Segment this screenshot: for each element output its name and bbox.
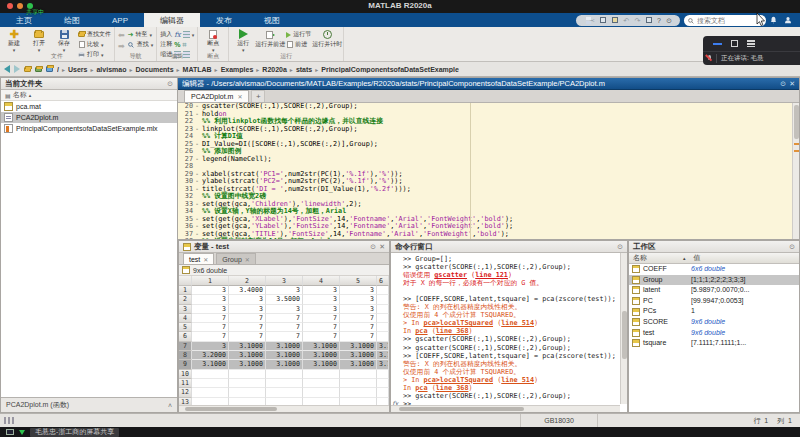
file-item[interactable]: PrincipalComponentsofaDataSetExample.mlx — [1, 123, 177, 134]
grid-row-header[interactable]: 3 — [179, 305, 192, 314]
save-button[interactable]: 保存▾ — [53, 29, 75, 53]
grid-row-header[interactable]: 5 — [179, 323, 192, 332]
minimize-window-button[interactable] — [17, 3, 23, 9]
grid-row-header[interactable]: 6 — [179, 332, 192, 341]
grid-cell[interactable]: 7 — [303, 323, 340, 332]
grid-cell[interactable] — [192, 398, 229, 405]
grid-cell[interactable]: 3 — [229, 295, 266, 304]
grid-cell[interactable] — [377, 295, 389, 304]
grid-cell[interactable]: 7 — [303, 332, 340, 341]
grid-cell[interactable]: 3 — [192, 305, 229, 314]
grid-cell[interactable]: 3 — [340, 286, 377, 295]
grid-row-header[interactable]: 9 — [179, 360, 192, 369]
code-line-25[interactable]: 25-DI_Value=DI([SCORE(:,1),SCORE(:,2)],G… — [178, 141, 799, 149]
breadcrumb-segment[interactable]: R2020a — [262, 66, 287, 73]
ribbon-tab-2[interactable]: 绘图 — [48, 13, 96, 27]
copy-icon[interactable] — [600, 17, 606, 24]
insert-row[interactable]: 插入fx▾ — [160, 30, 194, 39]
ribbon-tab-3[interactable]: APP — [96, 13, 144, 27]
fx-insert-icon[interactable]: fx — [174, 31, 181, 39]
compare-button[interactable]: 比较▾ — [78, 40, 111, 49]
up-folder-icon[interactable] — [24, 66, 31, 73]
forward-arrow-icon[interactable]: ➡ — [118, 43, 125, 51]
grid-cell[interactable] — [229, 388, 266, 397]
workspace-var-Group[interactable]: Group[1;1;1;2;2;2;3;3;3] — [629, 275, 799, 286]
grid-row-1[interactable]: 133.4000333 — [179, 286, 389, 295]
grid-row-5[interactable]: 577777 — [179, 323, 389, 332]
code-line-23[interactable]: 23-linkplot(SCORE(:,1),SCORE(:,2),Group)… — [178, 126, 799, 134]
variables-hscrollbar[interactable] — [179, 405, 389, 412]
grid-cell[interactable]: 3 — [266, 286, 303, 295]
command-link[interactable]: line 514 — [501, 376, 534, 384]
command-link[interactable]: pca — [415, 327, 427, 335]
overlay-minimize-icon[interactable] — [713, 43, 722, 45]
file-item[interactable]: pca.mat — [1, 101, 177, 112]
grid-cell[interactable] — [340, 388, 377, 397]
file-detail-bar[interactable]: PCA2Dplot.m (函数) ˄ — [1, 397, 177, 412]
grid-cell[interactable]: 7 — [266, 332, 303, 341]
grid-cell[interactable] — [340, 370, 377, 379]
grid-cell[interactable]: 3 — [340, 305, 377, 314]
back-arrow-icon[interactable]: ⬅ — [118, 32, 125, 40]
tab-close-icon[interactable]: ✕ — [245, 256, 250, 263]
file-item[interactable]: PCA2Dplot.m — [1, 112, 177, 123]
variable-editor-grid[interactable]: 123456133.40003332333.500033333333477777… — [179, 276, 389, 405]
grid-cell[interactable]: 3 — [192, 342, 229, 351]
find-files-button[interactable]: 查找文件 — [78, 30, 111, 39]
grid-cell[interactable] — [340, 379, 377, 388]
grid-cell[interactable] — [303, 370, 340, 379]
grid-cell[interactable] — [303, 379, 340, 388]
grid-cell[interactable] — [266, 379, 303, 388]
undo-icon[interactable]: ↶ — [623, 17, 629, 24]
breadcrumb-segment[interactable]: PrincipalComponentsofaDataSetExample — [321, 66, 459, 73]
grid-cell[interactable]: 3.5000 — [266, 295, 303, 304]
ribbon-tab-6[interactable]: 视图 — [248, 13, 296, 27]
find-button[interactable]: 查找▾ — [128, 40, 154, 49]
grid-cell[interactable]: 3.1000 — [229, 360, 266, 369]
tab-close-icon[interactable]: ✕ — [203, 256, 208, 263]
grid-cell[interactable]: 7 — [340, 323, 377, 332]
insert-section-icon[interactable] — [183, 31, 190, 38]
grid-column-header[interactable]: 3 — [266, 276, 303, 286]
grid-cell[interactable]: 3.1000 — [192, 360, 229, 369]
grid-row-6[interactable]: 677777 — [179, 332, 389, 341]
mic-muted-icon[interactable] — [707, 55, 712, 63]
command-link[interactable]: gscatter — [434, 271, 467, 279]
grid-cell[interactable]: 7 — [303, 314, 340, 323]
grid-cell[interactable]: 3.1000 — [229, 342, 266, 351]
grid-row-12[interactable]: 12 — [179, 388, 389, 397]
code-line-38[interactable]: 38%% 设置坐标轴刻度为14号，加粗，Arial — [178, 238, 799, 239]
tab-close-icon[interactable]: ✕ — [237, 93, 242, 100]
forward-icon[interactable] — [14, 65, 20, 73]
grid-cell[interactable] — [377, 323, 389, 332]
grid-row-2[interactable]: 2333.500033 — [179, 295, 389, 304]
workspace-var-PC[interactable]: PC[99.9947;0.0053] — [629, 296, 799, 307]
help-icon[interactable]: ? — [657, 17, 661, 24]
variables-tab-test[interactable]: test✕ — [183, 253, 214, 264]
workspace-column-headers[interactable]: 名称▴ 值 — [629, 253, 799, 264]
grid-row-header[interactable]: 10 — [179, 370, 192, 379]
command-link[interactable]: pca>localTSquared — [423, 319, 493, 327]
grid-cell[interactable]: 3 — [303, 305, 340, 314]
grid-cell[interactable]: 7 — [192, 332, 229, 341]
command-window-hscrollbar[interactable] — [391, 405, 620, 412]
overlay-window-icon[interactable] — [731, 40, 738, 47]
grid-cell[interactable]: 3 — [192, 295, 229, 304]
breadcrumb-segment[interactable]: Documents — [135, 66, 173, 73]
grid-row-7[interactable]: 733.10003.10003.10003.10003.1 — [179, 342, 389, 351]
comment-icon[interactable]: % — [174, 41, 180, 48]
grid-cell[interactable] — [266, 398, 303, 405]
command-link[interactable]: line 368 — [436, 327, 469, 335]
workspace-var-test[interactable]: test9x6 double — [629, 328, 799, 339]
command-window-vscrollbar[interactable] — [620, 253, 627, 404]
grid-row-4[interactable]: 477777 — [179, 314, 389, 323]
run-advance-button[interactable]: 运行并前进 — [257, 29, 283, 53]
grid-row-3[interactable]: 333333 — [179, 305, 389, 314]
grid-cell[interactable]: 7 — [192, 323, 229, 332]
breakpoints-button[interactable]: 断点▾ — [201, 29, 225, 53]
comment-row[interactable]: 注释%⌗ — [160, 40, 194, 49]
grid-cell[interactable]: 3.1 — [377, 342, 389, 351]
grid-cell[interactable]: 7 — [229, 332, 266, 341]
uncomment-icon[interactable]: ⌗ — [182, 41, 186, 49]
breadcrumb-segment[interactable]: Examples — [221, 66, 254, 73]
